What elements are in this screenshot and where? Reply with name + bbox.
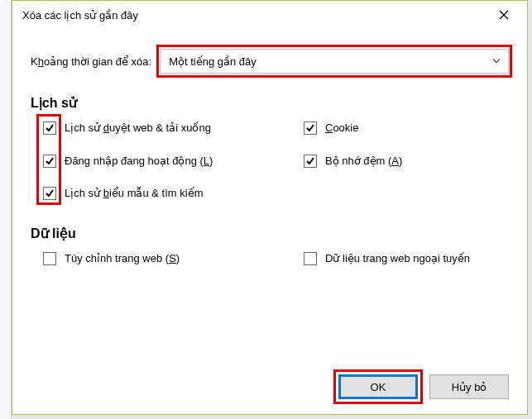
checkbox-hist-3[interactable] [304,155,317,168]
ok-button[interactable]: OK [338,374,418,399]
checkbox-label-hist-0: Lịch sử duyệt web & tải xuống [65,121,211,136]
check-icon [305,123,315,133]
history-checkbox-grid: Lịch sử duyệt web & tải xuốngCookieĐăng … [43,121,509,201]
dialog-content: Khoảng thời gian để xóa: Một tiếng gần đ… [12,29,527,287]
clear-history-dialog: Xóa các lịch sử gần đây Khoảng thời gian… [12,0,528,415]
checkbox-item-hist-3: Bộ nhớ đệm (A) [304,154,509,169]
titlebar: Xóa các lịch sử gần đây [12,1,527,29]
data-checkbox-grid: Tùy chỉnh trang web (S)Dữ liệu trang web… [43,251,509,266]
checkbox-item-hist-4: Lịch sử biểu mẫu & tìm kiếm [43,186,295,201]
ok-button-wrap: OK [338,374,418,399]
time-range-value: Một tiếng gần đây [169,55,256,68]
data-section-title: Dữ liệu [31,226,509,241]
checkbox-hist-2[interactable] [43,155,56,168]
history-section-title: Lịch sử [31,95,509,111]
checkbox-label-data-0: Tùy chỉnh trang web (S) [65,251,180,266]
cancel-button[interactable]: Hủy bỏ [429,374,509,399]
check-icon [45,188,55,198]
dialog-buttons: OK Hủy bỏ [338,374,509,399]
checkbox-item-data-1: Dữ liệu trang web ngoại tuyến [304,251,509,266]
checkbox-label-hist-1: Cookie [325,121,358,136]
checkbox-hist-4[interactable] [43,187,56,200]
checkbox-item-hist-0: Lịch sử duyệt web & tải xuống [43,121,295,136]
checkbox-data-0[interactable] [43,252,56,265]
time-range-row: Khoảng thời gian để xóa: Một tiếng gần đ… [31,49,509,74]
checkbox-item-data-0: Tùy chỉnh trang web (S) [43,251,295,266]
checkbox-label-hist-3: Bộ nhớ đệm (A) [325,154,402,169]
background-strip [0,0,12,419]
checkbox-label-hist-4: Lịch sử biểu mẫu & tìm kiếm [65,186,204,201]
checkbox-hist-0[interactable] [43,121,56,135]
check-icon [45,156,55,166]
checkbox-item-hist-2: Đăng nhập đang hoạt động (L) [43,154,295,169]
checkbox-label-hist-2: Đăng nhập đang hoạt động (L) [65,154,213,169]
check-icon [45,123,55,133]
checkbox-hist-1[interactable] [304,121,317,135]
time-range-select[interactable]: Một tiếng gần đây [160,49,509,74]
close-icon [499,10,509,20]
checkbox-data-1[interactable] [304,252,317,265]
time-range-label: Khoảng thời gian để xóa: [31,55,151,68]
time-range-select-wrap: Một tiếng gần đây [160,49,509,74]
checkbox-item-hist-1: Cookie [304,121,509,136]
close-button[interactable] [487,3,520,26]
checkbox-label-data-1: Dữ liệu trang web ngoại tuyến [325,251,470,266]
check-icon [305,156,315,166]
dialog-title: Xóa các lịch sử gần đây [22,9,138,21]
